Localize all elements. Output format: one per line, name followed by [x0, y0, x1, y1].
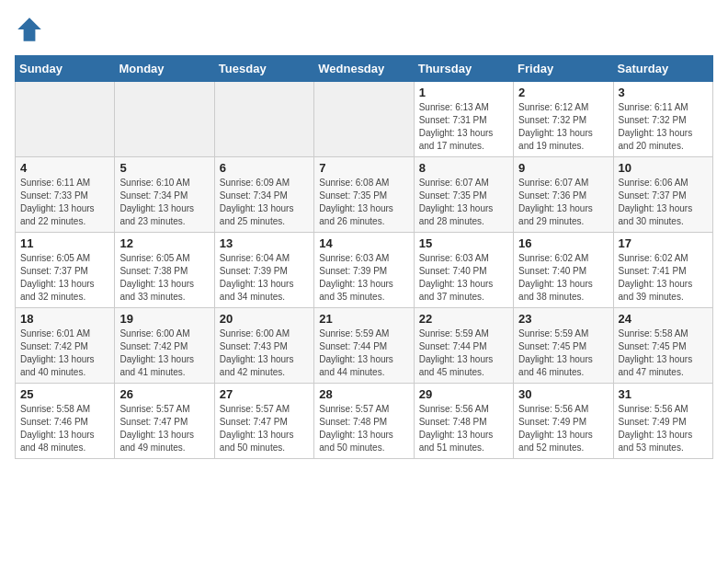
- day-number: 13: [220, 236, 309, 250]
- day-number: 30: [518, 387, 608, 401]
- day-cell: [115, 82, 214, 157]
- day-number: 2: [518, 86, 608, 99]
- day-cell: [214, 82, 313, 157]
- day-cell: 25Sunrise: 5:58 AM Sunset: 7:46 PM Dayli…: [16, 384, 115, 459]
- day-info: Sunrise: 6:09 AM Sunset: 7:34 PM Dayligh…: [220, 177, 309, 228]
- day-cell: 11Sunrise: 6:05 AM Sunset: 7:37 PM Dayli…: [16, 233, 115, 308]
- svg-marker-0: [17, 17, 41, 41]
- day-info: Sunrise: 6:13 AM Sunset: 7:31 PM Dayligh…: [419, 101, 508, 153]
- day-number: 29: [419, 387, 508, 401]
- week-row-2: 11Sunrise: 6:05 AM Sunset: 7:37 PM Dayli…: [16, 233, 713, 308]
- day-info: Sunrise: 6:03 AM Sunset: 7:40 PM Dayligh…: [419, 252, 508, 304]
- day-number: 19: [119, 312, 209, 326]
- day-info: Sunrise: 6:05 AM Sunset: 7:37 PM Dayligh…: [20, 252, 109, 304]
- day-info: Sunrise: 5:57 AM Sunset: 7:48 PM Dayligh…: [319, 403, 408, 454]
- week-row-0: 1Sunrise: 6:13 AM Sunset: 7:31 PM Daylig…: [16, 82, 713, 157]
- day-number: 15: [419, 236, 508, 250]
- day-info: Sunrise: 6:11 AM Sunset: 7:32 PM Dayligh…: [619, 101, 708, 153]
- day-info: Sunrise: 6:05 AM Sunset: 7:38 PM Dayligh…: [119, 252, 209, 304]
- calendar-header: SundayMondayTuesdayWednesdayThursdayFrid…: [16, 56, 713, 82]
- day-cell: 1Sunrise: 6:13 AM Sunset: 7:31 PM Daylig…: [414, 82, 513, 157]
- day-cell: 23Sunrise: 5:59 AM Sunset: 7:45 PM Dayli…: [514, 308, 613, 384]
- day-info: Sunrise: 5:56 AM Sunset: 7:49 PM Dayligh…: [518, 403, 608, 454]
- day-info: Sunrise: 6:07 AM Sunset: 7:36 PM Dayligh…: [518, 177, 608, 228]
- day-info: Sunrise: 6:10 AM Sunset: 7:34 PM Dayligh…: [119, 177, 209, 228]
- day-number: 6: [220, 161, 309, 175]
- day-cell: [314, 82, 414, 157]
- day-number: 1: [419, 86, 508, 99]
- day-info: Sunrise: 6:00 AM Sunset: 7:43 PM Dayligh…: [220, 327, 309, 379]
- day-cell: 7Sunrise: 6:08 AM Sunset: 7:35 PM Daylig…: [314, 157, 414, 233]
- header-cell-saturday: Saturday: [613, 56, 712, 82]
- day-cell: [16, 82, 115, 157]
- day-cell: 31Sunrise: 5:56 AM Sunset: 7:49 PM Dayli…: [613, 384, 712, 459]
- day-info: Sunrise: 6:11 AM Sunset: 7:33 PM Dayligh…: [20, 177, 109, 228]
- day-cell: 18Sunrise: 6:01 AM Sunset: 7:42 PM Dayli…: [16, 308, 115, 384]
- day-number: 11: [20, 236, 109, 250]
- header-cell-friday: Friday: [514, 56, 613, 82]
- day-cell: 30Sunrise: 5:56 AM Sunset: 7:49 PM Dayli…: [514, 384, 613, 459]
- day-number: 23: [518, 312, 608, 326]
- day-number: 16: [518, 236, 608, 250]
- day-cell: 24Sunrise: 5:58 AM Sunset: 7:45 PM Dayli…: [613, 308, 712, 384]
- header-cell-sunday: Sunday: [16, 56, 115, 82]
- header-cell-thursday: Thursday: [414, 56, 513, 82]
- day-number: 12: [119, 236, 209, 250]
- day-number: 27: [220, 387, 309, 401]
- day-number: 5: [119, 161, 209, 175]
- day-info: Sunrise: 6:06 AM Sunset: 7:37 PM Dayligh…: [619, 177, 708, 228]
- day-cell: 13Sunrise: 6:04 AM Sunset: 7:39 PM Dayli…: [214, 233, 313, 308]
- day-cell: 17Sunrise: 6:02 AM Sunset: 7:41 PM Dayli…: [613, 233, 712, 308]
- calendar-body: 1Sunrise: 6:13 AM Sunset: 7:31 PM Daylig…: [16, 82, 713, 459]
- day-number: 4: [20, 161, 109, 175]
- week-row-1: 4Sunrise: 6:11 AM Sunset: 7:33 PM Daylig…: [16, 157, 713, 233]
- day-cell: 27Sunrise: 5:57 AM Sunset: 7:47 PM Dayli…: [214, 384, 313, 459]
- day-info: Sunrise: 5:57 AM Sunset: 7:47 PM Dayligh…: [119, 403, 209, 454]
- day-cell: 5Sunrise: 6:10 AM Sunset: 7:34 PM Daylig…: [115, 157, 214, 233]
- day-info: Sunrise: 6:00 AM Sunset: 7:42 PM Dayligh…: [119, 327, 209, 379]
- day-cell: 8Sunrise: 6:07 AM Sunset: 7:35 PM Daylig…: [414, 157, 513, 233]
- day-number: 17: [619, 236, 708, 250]
- calendar-table: SundayMondayTuesdayWednesdayThursdayFrid…: [15, 55, 713, 459]
- day-cell: 21Sunrise: 5:59 AM Sunset: 7:44 PM Dayli…: [314, 308, 414, 384]
- page-header: [15, 15, 713, 44]
- day-cell: 10Sunrise: 6:06 AM Sunset: 7:37 PM Dayli…: [613, 157, 712, 233]
- day-info: Sunrise: 5:59 AM Sunset: 7:45 PM Dayligh…: [518, 327, 608, 379]
- day-number: 7: [319, 161, 408, 175]
- day-info: Sunrise: 6:04 AM Sunset: 7:39 PM Dayligh…: [220, 252, 309, 304]
- day-cell: 6Sunrise: 6:09 AM Sunset: 7:34 PM Daylig…: [214, 157, 313, 233]
- day-info: Sunrise: 5:56 AM Sunset: 7:49 PM Dayligh…: [619, 403, 708, 454]
- day-cell: 14Sunrise: 6:03 AM Sunset: 7:39 PM Dayli…: [314, 233, 414, 308]
- day-info: Sunrise: 5:58 AM Sunset: 7:46 PM Dayligh…: [20, 403, 109, 454]
- day-number: 21: [319, 312, 408, 326]
- logo: [15, 15, 48, 44]
- day-info: Sunrise: 6:12 AM Sunset: 7:32 PM Dayligh…: [518, 101, 608, 153]
- day-number: 31: [619, 387, 708, 401]
- day-cell: 16Sunrise: 6:02 AM Sunset: 7:40 PM Dayli…: [514, 233, 613, 308]
- day-info: Sunrise: 5:57 AM Sunset: 7:47 PM Dayligh…: [220, 403, 309, 454]
- header-cell-monday: Monday: [115, 56, 214, 82]
- day-cell: 2Sunrise: 6:12 AM Sunset: 7:32 PM Daylig…: [514, 82, 613, 157]
- day-info: Sunrise: 5:59 AM Sunset: 7:44 PM Dayligh…: [419, 327, 508, 379]
- day-info: Sunrise: 6:03 AM Sunset: 7:39 PM Dayligh…: [319, 252, 408, 304]
- day-info: Sunrise: 6:02 AM Sunset: 7:40 PM Dayligh…: [518, 252, 608, 304]
- day-number: 10: [619, 161, 708, 175]
- week-row-4: 25Sunrise: 5:58 AM Sunset: 7:46 PM Dayli…: [16, 384, 713, 459]
- day-info: Sunrise: 5:58 AM Sunset: 7:45 PM Dayligh…: [619, 327, 708, 379]
- day-cell: 20Sunrise: 6:00 AM Sunset: 7:43 PM Dayli…: [214, 308, 313, 384]
- logo-icon: [15, 15, 44, 44]
- day-info: Sunrise: 6:02 AM Sunset: 7:41 PM Dayligh…: [619, 252, 708, 304]
- day-number: 3: [619, 86, 708, 99]
- day-number: 28: [319, 387, 408, 401]
- week-row-3: 18Sunrise: 6:01 AM Sunset: 7:42 PM Dayli…: [16, 308, 713, 384]
- day-number: 9: [518, 161, 608, 175]
- header-cell-tuesday: Tuesday: [214, 56, 313, 82]
- day-cell: 9Sunrise: 6:07 AM Sunset: 7:36 PM Daylig…: [514, 157, 613, 233]
- day-cell: 19Sunrise: 6:00 AM Sunset: 7:42 PM Dayli…: [115, 308, 214, 384]
- header-row: SundayMondayTuesdayWednesdayThursdayFrid…: [16, 56, 713, 82]
- day-number: 24: [619, 312, 708, 326]
- day-number: 8: [419, 161, 508, 175]
- day-cell: 12Sunrise: 6:05 AM Sunset: 7:38 PM Dayli…: [115, 233, 214, 308]
- day-number: 20: [220, 312, 309, 326]
- day-number: 14: [319, 236, 408, 250]
